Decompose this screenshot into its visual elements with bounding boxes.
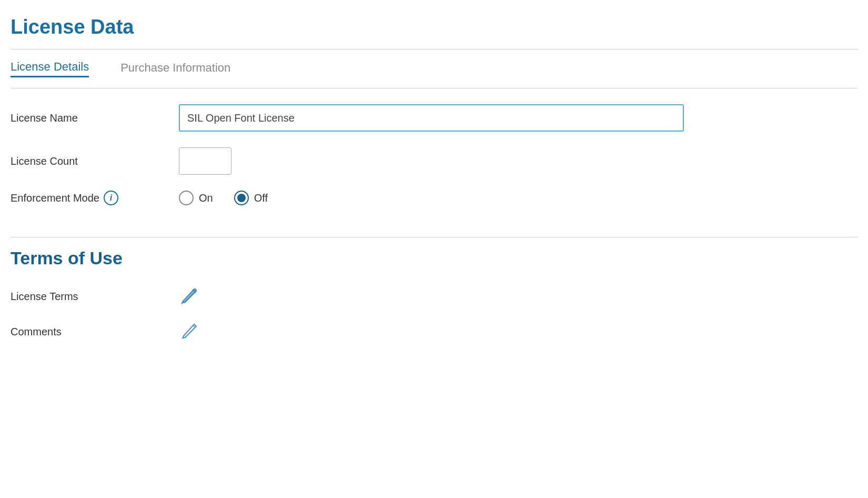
comments-row: Comments <box>11 320 857 344</box>
license-count-control <box>179 147 857 175</box>
enforcement-on-label: On <box>199 192 213 204</box>
terms-of-use-title: Terms of Use <box>11 248 857 268</box>
license-count-label: License Count <box>11 155 179 167</box>
license-name-control <box>179 104 857 132</box>
enforcement-on-radio[interactable] <box>179 191 194 205</box>
enforcement-off-label: Off <box>254 192 268 204</box>
enforcement-mode-row: Enforcement Mode i On Off <box>11 191 857 205</box>
enforcement-on-option[interactable]: On <box>179 191 213 205</box>
license-terms-label: License Terms <box>11 291 179 303</box>
license-name-input[interactable] <box>179 104 684 132</box>
comments-label: Comments <box>11 326 179 338</box>
terms-of-use-section: Terms of Use License Terms Comment <box>11 237 857 344</box>
license-details-form: License Name License Count Enforcement M… <box>11 88 857 237</box>
tab-license-details[interactable]: License Details <box>11 60 89 77</box>
enforcement-label-text: Enforcement Mode <box>11 192 99 204</box>
license-terms-edit-icon[interactable] <box>179 284 201 309</box>
page-title: License Data <box>11 16 857 38</box>
comments-edit-icon[interactable] <box>179 320 201 344</box>
enforcement-mode-control: On Off <box>179 191 857 205</box>
license-name-row: License Name <box>11 104 857 132</box>
tab-purchase-information[interactable]: Purchase Information <box>120 61 230 77</box>
enforcement-off-radio[interactable] <box>234 191 249 205</box>
license-name-label: License Name <box>11 112 179 124</box>
license-terms-row: License Terms <box>11 284 857 309</box>
enforcement-radio-group: On Off <box>179 191 268 205</box>
enforcement-mode-label: Enforcement Mode i <box>11 191 179 205</box>
enforcement-off-option[interactable]: Off <box>234 191 268 205</box>
tab-bar: License Details Purchase Information <box>11 49 857 88</box>
enforcement-off-radio-fill <box>237 194 246 202</box>
license-count-input[interactable] <box>179 147 231 175</box>
enforcement-info-icon[interactable]: i <box>104 191 118 205</box>
license-count-row: License Count <box>11 147 857 175</box>
comments-control <box>179 320 857 344</box>
license-terms-control <box>179 284 857 309</box>
